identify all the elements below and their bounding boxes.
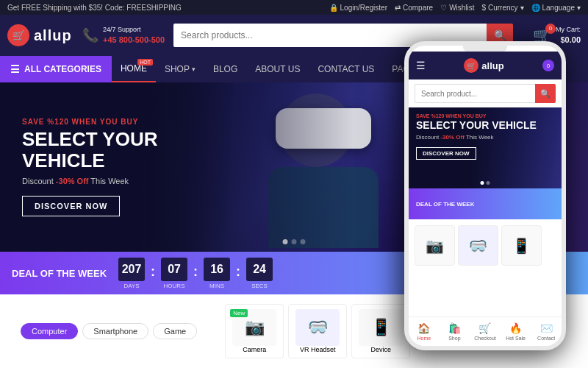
nav-contact[interactable]: CONTACT US (309, 56, 383, 82)
phone-hero-content: SAVE %120 WHEN YOU BUY SELECT YOUR VEHIC… (409, 107, 562, 166)
phone-hero-title: SELECT YOUR VEHICLE (416, 120, 554, 131)
nav-home[interactable]: HOME Hot (112, 56, 156, 82)
product-name-device: Device (370, 346, 391, 353)
logo-text: allup (34, 27, 72, 44)
phone-header: ☰ 🛒 allup 0 (409, 52, 562, 79)
phone-search-input[interactable] (415, 84, 535, 103)
sep3: : (236, 264, 240, 280)
hamburger-icon: ☰ (10, 63, 20, 75)
phone-inner: ☰ 🛒 allup 0 🔍 SAVE % (409, 52, 562, 350)
nav-blog[interactable]: BLOG (204, 56, 246, 82)
nav-about[interactable]: ABOUT US (246, 56, 309, 82)
product-card-device: 📱 Device (351, 304, 410, 358)
phone-logo-text: allup (481, 60, 503, 71)
currency-link[interactable]: $ Currency ▾ (482, 4, 524, 12)
top-bar-right: 🔒 Login/Register ⇄ Compare ♡ Wishlist $ … (329, 4, 581, 12)
language-link[interactable]: 🌐 Language ▾ (531, 4, 581, 12)
hot-badge: Hot (137, 59, 153, 66)
nav-shop[interactable]: SHOP ▾ (156, 56, 204, 82)
days-counter: 207 DAYS (118, 258, 145, 289)
product-img-device: 📱 (359, 309, 403, 346)
phone-nav-hotsale[interactable]: 🔥 Hot Sale (501, 317, 531, 346)
phone-hero-discount: Discount -30% Off This Week (416, 134, 554, 141)
phone-hero-cta[interactable]: DISCOVER NOW (416, 147, 476, 160)
phone-logo-icon: 🛒 (464, 58, 478, 73)
phone-products: 📷 🥽 📱 (409, 219, 562, 272)
phone-search: 🔍 (415, 84, 556, 103)
phone-hamburger-icon[interactable]: ☰ (416, 60, 426, 71)
tab-game[interactable]: Game (153, 323, 197, 339)
globe-icon: 🌐 (531, 4, 540, 12)
phone-dot-1[interactable] (481, 181, 484, 185)
phone-nav-contact[interactable]: ✉️ Contact (531, 317, 562, 346)
promo-text: Get FREE Shipping with $35! Code: FREESH… (7, 4, 182, 12)
lock-icon: 🔒 (329, 4, 338, 12)
phone-hero-dots (481, 181, 490, 185)
phone-frame: ☰ 🛒 allup 0 🔍 SAVE % (404, 41, 566, 350)
phone-logo[interactable]: 🛒 allup (464, 58, 503, 73)
phone-product-2: 🥽 (458, 225, 498, 266)
hero-cta-button[interactable]: DISCOVER NOW (22, 196, 120, 216)
countdown: 207 DAYS : 07 HOURS : 16 MINS : 24 SECS (118, 258, 273, 289)
logo-icon: 🛒 (7, 24, 29, 46)
product-card-vr: 🥽 VR Headset (288, 304, 347, 358)
product-name-vr: VR Headset (300, 346, 336, 353)
support: 📞 24/7 Support +45 800-500-500 (82, 25, 165, 46)
phone-cart-badge[interactable]: 0 (542, 60, 554, 71)
sep1: : (151, 264, 155, 280)
phone-notch (463, 46, 507, 52)
hero-eyebrow: SAVE %120 WHEN YOU BUY (22, 118, 213, 126)
home-icon: 🏠 (417, 322, 430, 334)
phone-icon: 📞 (82, 27, 98, 43)
cart-badge: 0 (545, 24, 556, 34)
phone-hero: SAVE %120 WHEN YOU BUY SELECT YOUR VEHIC… (409, 107, 562, 188)
secs-counter: 24 SECS (246, 258, 273, 289)
compare-icon: ⇄ (395, 4, 401, 12)
hero-discount: Discount -30% Off This Week (22, 177, 213, 185)
hours-counter: 07 HOURS (161, 258, 187, 289)
top-bar: Get FREE Shipping with $35! Code: FREESH… (0, 0, 588, 15)
phone-product-1: 📷 (415, 225, 455, 266)
product-tabs: Computer Smartphone Game (9, 319, 209, 344)
phone-hero-eyebrow: SAVE %120 WHEN YOU BUY (416, 113, 554, 118)
phone-product-3: 📱 (501, 225, 542, 266)
all-categories-label: ALL CATEGORIES (24, 64, 101, 74)
phone-dot-2[interactable] (487, 181, 490, 185)
hero-title: SELECT YOUR VEHICLE (22, 129, 213, 171)
hero-content: SAVE %120 WHEN YOU BUY SELECT YOUR VEHIC… (0, 103, 235, 231)
chevron-down-icon: ▾ (520, 4, 524, 12)
phone-deal-label: DEAL OF THE WEEK (416, 201, 554, 208)
nav-links: HOME Hot SHOP ▾ BLOG ABOUT US CONTACT US… (112, 56, 431, 82)
login-link[interactable]: 🔒 Login/Register (329, 4, 387, 12)
phone-deal: DEAL OF THE WEEK (409, 188, 562, 219)
new-badge: New (230, 309, 248, 317)
phone-bottom-nav: 🏠 Home 🛍️ Shop 🛒 Checkout 🔥 Hot Sale (409, 316, 562, 346)
deal-label: DEAL OF THE WEEK (12, 268, 107, 279)
tab-computer[interactable]: Computer (21, 323, 78, 339)
support-info: 24/7 Support +45 800-500-500 (103, 25, 165, 46)
logo[interactable]: 🛒 allup (7, 24, 74, 46)
phone-nav-home[interactable]: 🏠 Home (409, 317, 440, 346)
wishlist-link[interactable]: ♡ Wishlist (440, 4, 474, 12)
all-categories-button[interactable]: ☰ ALL CATEGORIES (0, 56, 112, 82)
checkout-icon: 🛒 (478, 322, 491, 334)
phone-nav-shop[interactable]: 🛍️ Shop (440, 317, 470, 346)
contact-icon: ✉️ (540, 322, 553, 334)
mins-counter: 16 MINS (204, 258, 230, 289)
products-row: New 📷 Camera 🥽 VR Headset 📱 Device (219, 304, 416, 358)
phone-nav-checkout[interactable]: 🛒 Checkout (470, 317, 501, 346)
shop-icon: 🛍️ (448, 322, 461, 334)
hot-sale-icon: 🔥 (509, 322, 522, 334)
product-card-camera: New 📷 Camera (225, 304, 284, 358)
chevron-down-icon: ▾ (192, 66, 196, 73)
product-img-vr: 🥽 (295, 309, 340, 346)
heart-icon: ♡ (440, 4, 447, 12)
phone-search-button[interactable]: 🔍 (535, 84, 556, 103)
tab-smartphone[interactable]: Smartphone (82, 323, 148, 339)
phone-overlay: ☰ 🛒 allup 0 🔍 SAVE % (404, 41, 566, 350)
product-name-camera: Camera (243, 346, 266, 353)
sep2: : (193, 264, 198, 280)
chevron-down-icon: ▾ (577, 4, 581, 12)
compare-link[interactable]: ⇄ Compare (395, 4, 433, 12)
